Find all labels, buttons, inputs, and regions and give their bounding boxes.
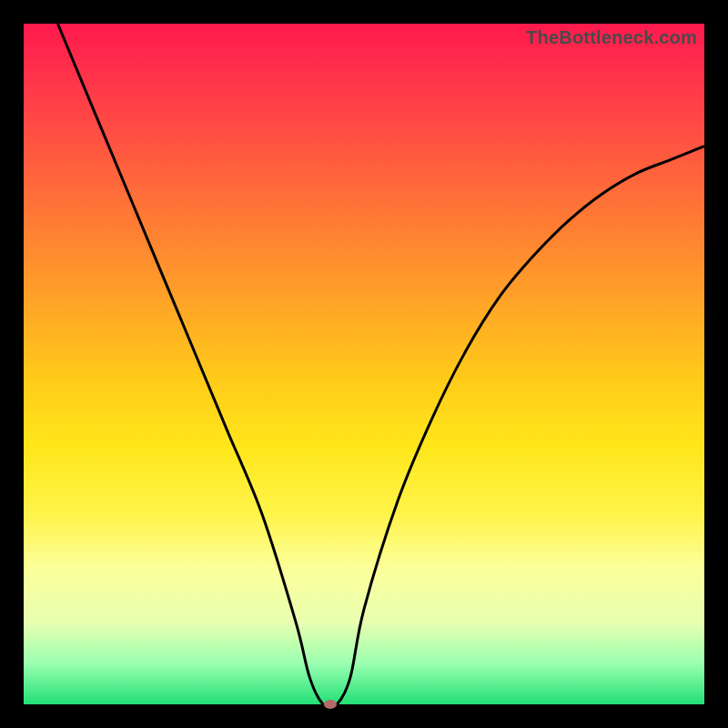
optimal-point-marker (324, 700, 337, 709)
curve-path (57, 24, 704, 704)
plot-area: TheBottleneck.com (24, 24, 704, 704)
bottleneck-curve (24, 24, 704, 704)
chart-frame: TheBottleneck.com (0, 0, 728, 728)
